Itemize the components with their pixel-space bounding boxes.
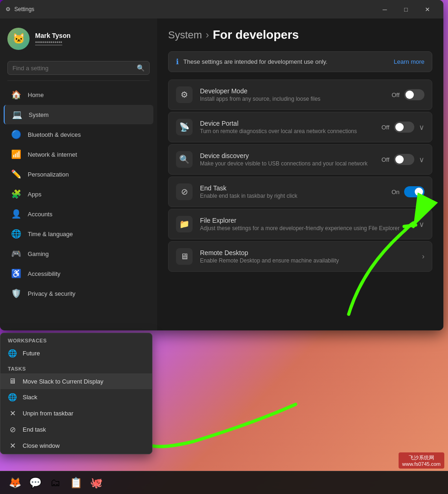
- user-profile: 🐱 Mark Tyson ••••••••••••••: [0, 18, 157, 57]
- workspaces-label: Workspaces: [0, 333, 152, 345]
- time-icon: 🌐: [11, 229, 21, 239]
- close-window-label: Close window: [23, 442, 60, 449]
- sidebar-item-home[interactable]: 🏠 Home: [4, 85, 153, 104]
- device-portal-chevron[interactable]: ∨: [419, 123, 424, 132]
- titlebar: ⚙ Settings ─ □ ✕: [0, 0, 443, 18]
- watermark-line1: 飞沙系统网: [402, 454, 441, 461]
- toggle-thumb: [406, 91, 414, 99]
- sidebar-item-label: Gaming: [28, 250, 49, 257]
- taskbar-files[interactable]: 🗂: [46, 474, 65, 492]
- close-window-icon: ✕: [8, 441, 17, 450]
- remote-desktop-arrow[interactable]: ›: [422, 252, 424, 261]
- developer-mode-icon: ⚙: [176, 86, 193, 103]
- device-discovery-text: Device discovery Make your device visibl…: [200, 152, 374, 167]
- breadcrumb-current: For developers: [213, 28, 299, 42]
- context-end-task[interactable]: ⊘ End task: [0, 421, 152, 438]
- sidebar-item-network[interactable]: 📶 Network & internet: [4, 145, 153, 164]
- file-explorer-icon: 📁: [176, 216, 193, 232]
- file-explorer-right: ∨: [419, 220, 424, 229]
- toggle-thumb: [395, 123, 404, 131]
- sidebar-item-system[interactable]: 💻 System: [4, 105, 153, 124]
- device-discovery-title: Device discovery: [200, 152, 374, 159]
- toggle-track-on: [404, 186, 424, 197]
- move-slack-label: Move Slack to Current Display: [23, 378, 103, 385]
- window-title: Settings: [14, 6, 34, 12]
- device-portal-toggle[interactable]: [394, 122, 414, 133]
- remote-desktop-text: Remote Desktop Enable Remote Desktop and…: [200, 249, 415, 264]
- file-explorer-chevron[interactable]: ∨: [419, 220, 424, 229]
- close-button[interactable]: ✕: [417, 2, 438, 17]
- device-discovery-status: Off: [381, 156, 389, 163]
- user-name: Mark Tyson: [35, 32, 71, 39]
- context-close-window[interactable]: ✕ Close window: [0, 438, 152, 454]
- personalization-icon: ✏️: [11, 169, 21, 179]
- end-task-ctx-label: End task: [23, 426, 46, 433]
- end-task-icon: ⊘: [176, 183, 193, 200]
- toggle-track: [394, 122, 414, 133]
- workspace-future-item[interactable]: 🌐 Future: [0, 345, 152, 361]
- sidebar-item-label: Home: [28, 91, 44, 98]
- search-wrapper: 🔍: [7, 61, 150, 75]
- sidebar-item-personalization[interactable]: ✏️ Personalization: [4, 165, 153, 184]
- end-task-title: End Task: [200, 184, 384, 192]
- learn-more-link[interactable]: Learn more: [394, 58, 424, 65]
- device-discovery-item: 🔍 Device discovery Make your device visi…: [168, 144, 432, 175]
- search-input[interactable]: [12, 65, 137, 72]
- sidebar-item-accessibility[interactable]: ♿ Accessibility: [4, 264, 153, 283]
- toggle-thumb: [395, 155, 404, 164]
- sidebar-item-accounts[interactable]: 👤 Accounts: [4, 204, 153, 224]
- nav-list: 🏠 Home 💻 System 🔵 Bluetooth & devices 📶 …: [0, 85, 157, 304]
- sidebar-item-apps[interactable]: 🧩 Apps: [4, 184, 153, 204]
- context-slack[interactable]: 🌐 Slack: [0, 389, 152, 405]
- info-text: These settings are intended for developm…: [183, 58, 327, 65]
- sidebar-item-bluetooth[interactable]: 🔵 Bluetooth & devices: [4, 125, 153, 144]
- developer-mode-toggle[interactable]: [404, 89, 424, 100]
- context-menu: Workspaces 🌐 Future Tasks 🖥 Move Slack t…: [0, 333, 152, 454]
- remote-desktop-item: 🖥 Remote Desktop Enable Remote Desktop a…: [168, 241, 432, 272]
- breadcrumb-parent[interactable]: System: [168, 29, 202, 41]
- toggle-thumb: [415, 188, 423, 196]
- context-move-slack[interactable]: 🖥 Move Slack to Current Display: [0, 373, 152, 389]
- user-info: Mark Tyson ••••••••••••••: [35, 32, 71, 46]
- file-explorer-text: File Explorer Adjust these settings for …: [200, 217, 412, 232]
- sidebar-item-label: Accounts: [28, 211, 52, 218]
- titlebar-controls: ─ □ ✕: [374, 2, 438, 17]
- workspace-icon: 🌐: [8, 349, 17, 358]
- end-task-toggle[interactable]: [404, 186, 424, 197]
- device-portal-text: Device Portal Turn on remote diagnostics…: [200, 120, 374, 134]
- taskbar-app5[interactable]: 🐙: [87, 474, 105, 492]
- device-discovery-chevron[interactable]: ∨: [419, 155, 424, 164]
- sidebar-item-gaming[interactable]: 🎮 Gaming: [4, 244, 153, 263]
- unpin-label: Unpin from taskbar: [23, 410, 73, 417]
- developer-mode-item: ⚙ Developer Mode Install apps from any s…: [168, 79, 432, 110]
- taskbar-notes[interactable]: 📋: [67, 474, 85, 492]
- device-portal-status: Off: [381, 124, 389, 131]
- watermark-badge: 飞沙系统网 www.fs0745.com: [399, 452, 444, 469]
- main-content: 🐱 Mark Tyson •••••••••••••• 🔍 🏠 Home: [0, 18, 443, 330]
- user-email[interactable]: ••••••••••••••: [35, 39, 71, 46]
- network-icon: 📶: [11, 149, 21, 159]
- device-portal-item: 📡 Device Portal Turn on remote diagnosti…: [168, 112, 432, 142]
- remote-desktop-icon: 🖥: [176, 248, 193, 265]
- device-portal-subtitle: Turn on remote diagnostics over local ar…: [200, 128, 374, 134]
- settings-window: ⚙ Settings ─ □ ✕ 🐱 Mark Tyson ••••••••••…: [0, 0, 443, 330]
- maximize-button[interactable]: □: [395, 2, 417, 17]
- context-unpin[interactable]: ✕ Unpin from taskbar: [0, 405, 152, 421]
- breadcrumb: System › For developers: [168, 28, 432, 42]
- info-icon: ℹ: [176, 57, 179, 66]
- settings-icon: ⚙: [6, 6, 11, 12]
- taskbar-firefox[interactable]: 🦊: [6, 474, 24, 492]
- minimize-button[interactable]: ─: [374, 2, 395, 17]
- end-task-item: ⊘ End Task Enable end task in taskbar by…: [168, 177, 432, 207]
- end-task-right: On: [392, 186, 424, 197]
- device-portal-right: Off ∨: [381, 122, 424, 133]
- sidebar-item-privacy[interactable]: 🛡️ Privacy & security: [4, 284, 153, 303]
- search-container: 🔍: [0, 57, 157, 80]
- device-discovery-toggle[interactable]: [394, 154, 414, 165]
- device-discovery-right: Off ∨: [381, 154, 424, 165]
- taskbar: 🦊 💬 🗂 📋 🐙 飞沙系统网 www.fs0745.com: [0, 471, 448, 494]
- sidebar-item-time[interactable]: 🌐 Time & language: [4, 224, 153, 244]
- device-portal-icon: 📡: [176, 119, 193, 135]
- developer-mode-status: Off: [392, 91, 400, 98]
- taskbar-skype[interactable]: 💬: [26, 474, 44, 492]
